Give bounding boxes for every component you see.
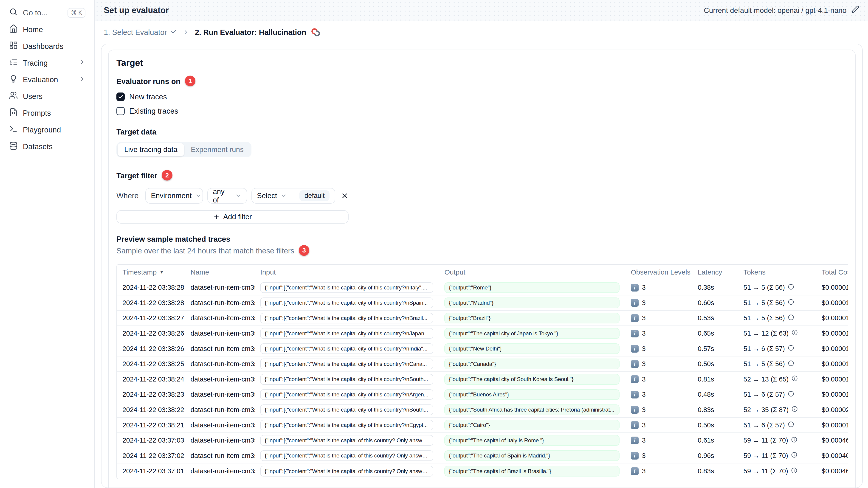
sidebar-nav: HomeDashboardsTracingEvaluationUsersProm…: [5, 21, 89, 155]
info-circle-icon[interactable]: [791, 452, 798, 460]
table-row[interactable]: 2024-11-22 03:38:28dataset-run-item-cm3s…: [117, 280, 848, 296]
table-row[interactable]: 2024-11-22 03:38:21dataset-run-item-cm3s…: [117, 418, 848, 433]
output-json-box[interactable]: {"output":"Cairo"}: [444, 420, 620, 431]
latency-value: 0.48s: [698, 391, 714, 398]
input-json-box[interactable]: {"input":[{"content":"What is the capita…: [260, 313, 433, 324]
output-json-box[interactable]: {"output":"Buenos Aires"}: [444, 389, 620, 400]
column-header-name[interactable]: Name: [185, 268, 255, 276]
output-json-box[interactable]: {"output":"The capital of Spain is Madri…: [444, 450, 620, 461]
input-json-box[interactable]: {"input":[{"content":"What is the capita…: [260, 435, 433, 446]
table-row[interactable]: 2024-11-22 03:37:02dataset-run-item-cm3s…: [117, 448, 848, 464]
column-header-latency[interactable]: Latency: [692, 268, 738, 276]
input-json-box[interactable]: {"input":[{"content":"What is the capita…: [260, 344, 433, 354]
table-row[interactable]: 2024-11-22 03:38:26dataset-run-item-cm3s…: [117, 341, 848, 357]
output-json-box[interactable]: {"output":"Brazil"}: [444, 313, 620, 324]
prompts-icon: [9, 108, 18, 119]
observation-levels-value: 3: [642, 360, 646, 368]
column-header-output[interactable]: Output: [439, 268, 625, 276]
output-json-box[interactable]: {"output":"Rome"}: [444, 282, 620, 293]
input-json-box[interactable]: {"input":[{"content":"What is the capita…: [260, 389, 433, 400]
input-json-box[interactable]: {"input":[{"content":"What is the capita…: [260, 420, 433, 431]
breadcrumb-step-2[interactable]: 2. Run Evaluator: Hallucination: [195, 27, 321, 37]
cell-total-cost: $0.000015: [816, 330, 848, 337]
checkbox-checked-icon[interactable]: [117, 93, 125, 101]
table-row[interactable]: 2024-11-22 03:38:23dataset-run-item-cm3s…: [117, 387, 848, 402]
input-json-box[interactable]: {"input":[{"content":"What is the capita…: [260, 374, 433, 385]
output-json-box[interactable]: {"output":"The capital city of South Kor…: [444, 374, 620, 385]
output-json-box[interactable]: {"output":"The capital of Italy is Rome.…: [444, 435, 620, 446]
output-json-box[interactable]: {"output":"The capital of Brazil is Bras…: [444, 466, 620, 477]
cell-output: {"output":"Brazil"}: [439, 313, 625, 324]
table-row[interactable]: 2024-11-22 03:38:27dataset-run-item-cm3s…: [117, 311, 848, 326]
column-header-total-cost[interactable]: Total Cost: [816, 268, 848, 276]
sidebar-item-dashboards[interactable]: Dashboards: [5, 38, 89, 55]
cell-observation-levels: i3: [625, 360, 692, 368]
checkbox-unchecked-icon[interactable]: [117, 107, 125, 115]
goto-search[interactable]: Go to... ⌘ K: [5, 4, 89, 21]
cell-latency: 0.83s: [692, 406, 738, 414]
sidebar-item-home[interactable]: Home: [5, 21, 89, 38]
remove-filter-button[interactable]: [341, 192, 348, 200]
info-circle-icon[interactable]: [791, 329, 798, 337]
cell-output: {"output":"Madrid"}: [439, 297, 625, 308]
info-circle-icon[interactable]: [787, 284, 794, 292]
cell-timestamp: 2024-11-22 03:38:27: [117, 314, 185, 322]
table-row[interactable]: 2024-11-22 03:38:26dataset-run-item-cm3s…: [117, 326, 848, 341]
tab-experiment-runs[interactable]: Experiment runs: [184, 143, 250, 156]
cell-name: dataset-run-item-cm3s4: [185, 467, 255, 475]
output-json-box[interactable]: {"output":"Canada"}: [444, 359, 620, 369]
info-circle-icon[interactable]: [787, 360, 794, 368]
info-circle-icon[interactable]: [787, 345, 794, 353]
edit-model-icon[interactable]: [851, 5, 859, 15]
column-header-timestamp[interactable]: Timestamp▼: [117, 268, 185, 276]
info-circle-icon[interactable]: [787, 390, 794, 399]
input-json-box[interactable]: {"input":[{"content":"What is the capita…: [260, 466, 433, 477]
sidebar-item-label: Playground: [23, 126, 86, 134]
info-square-icon: i: [631, 299, 639, 307]
info-circle-icon[interactable]: [787, 421, 794, 429]
output-json-box[interactable]: {"output":"South Africa has three capita…: [444, 404, 620, 415]
table-row[interactable]: 2024-11-22 03:38:24dataset-run-item-cm3s…: [117, 372, 848, 387]
add-filter-button[interactable]: Add filter: [117, 210, 348, 224]
sidebar-item-tracing[interactable]: Tracing: [5, 55, 89, 71]
input-json-box[interactable]: {"input":[{"content":"What is the capita…: [260, 359, 433, 369]
breadcrumb-step-1[interactable]: 1. Select Evaluator: [104, 28, 177, 37]
table-row[interactable]: 2024-11-22 03:38:22dataset-run-item-cm3s…: [117, 402, 848, 418]
sidebar-item-datasets[interactable]: Datasets: [5, 138, 89, 155]
input-json-box[interactable]: {"input":[{"content":"What is the capita…: [260, 328, 433, 339]
checkbox-existing-traces[interactable]: Existing traces: [117, 107, 848, 116]
table-row[interactable]: 2024-11-22 03:38:25dataset-run-item-cm3s…: [117, 356, 848, 372]
info-circle-icon[interactable]: [787, 314, 794, 322]
input-json-box[interactable]: {"input":[{"content":"What is the capita…: [260, 282, 433, 293]
tab-live-tracing-data[interactable]: Live tracing data: [118, 143, 184, 156]
filter-column-dropdown[interactable]: Environment: [145, 188, 203, 204]
cell-timestamp: 2024-11-22 03:38:21: [117, 421, 185, 429]
filter-operator-dropdown[interactable]: any of: [207, 188, 247, 204]
preview-traces-table: Timestamp▼NameInputOutputObservation Lev…: [117, 264, 848, 480]
sidebar-item-prompts[interactable]: Prompts: [5, 105, 89, 122]
column-header-observation-levels[interactable]: Observation Levels: [625, 268, 692, 276]
info-circle-icon[interactable]: [791, 375, 798, 383]
tokens-value: 59 → 11 (Σ 70): [744, 436, 788, 444]
filter-value-dropdown[interactable]: Select default: [251, 188, 335, 204]
input-json-box[interactable]: {"input":[{"content":"What is the capita…: [260, 404, 433, 415]
sidebar-item-playground[interactable]: Playground: [5, 122, 89, 138]
input-json-box[interactable]: {"input":[{"content":"What is the capita…: [260, 297, 433, 308]
info-circle-icon[interactable]: [791, 467, 798, 476]
table-row[interactable]: 2024-11-22 03:37:01dataset-run-item-cm3s…: [117, 463, 848, 479]
sidebar-item-users[interactable]: Users: [5, 88, 89, 105]
checkbox-new-traces[interactable]: New traces: [117, 93, 848, 101]
preview-subtitle: Sample over the last 24 hours that match…: [117, 247, 294, 255]
table-row[interactable]: 2024-11-22 03:37:03dataset-run-item-cm3s…: [117, 433, 848, 448]
column-header-tokens[interactable]: Tokens: [738, 268, 816, 276]
output-json-box[interactable]: {"output":"The capital city of Japan is …: [444, 328, 620, 339]
info-circle-icon[interactable]: [791, 405, 798, 414]
output-json-box[interactable]: {"output":"New Delhi"}: [444, 344, 620, 354]
sidebar-item-evaluation[interactable]: Evaluation: [5, 71, 89, 88]
info-circle-icon[interactable]: [791, 436, 798, 445]
info-circle-icon[interactable]: [787, 299, 794, 307]
input-json-box[interactable]: {"input":[{"content":"What is the capita…: [260, 450, 433, 461]
output-json-box[interactable]: {"output":"Madrid"}: [444, 297, 620, 308]
table-row[interactable]: 2024-11-22 03:38:28dataset-run-item-cm3s…: [117, 295, 848, 311]
column-header-input[interactable]: Input: [255, 268, 439, 276]
